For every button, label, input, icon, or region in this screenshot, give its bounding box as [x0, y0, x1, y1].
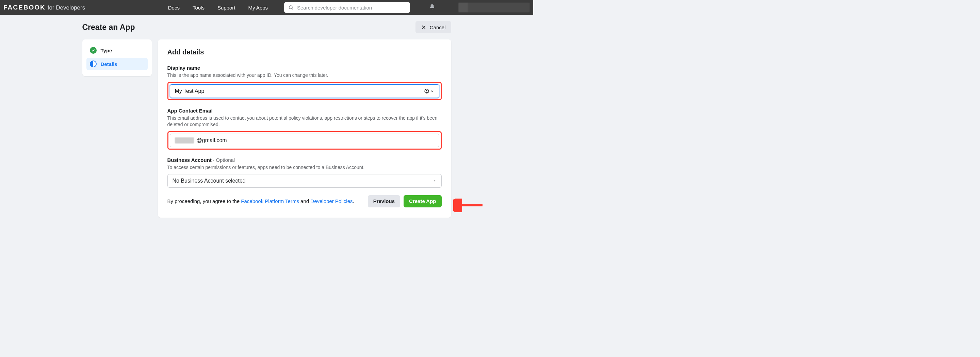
email-suffix: @gmail.com	[197, 137, 227, 143]
previous-button[interactable]: Previous	[368, 195, 400, 208]
check-circle-icon	[90, 47, 97, 54]
brand-main: FACEBOOK	[3, 4, 46, 11]
display-name-field: Display name This is the app name associ…	[167, 65, 442, 100]
agree-suffix: .	[353, 198, 354, 204]
page-title: Create an App	[82, 23, 135, 32]
create-app-button[interactable]: Create App	[404, 195, 441, 208]
top-bar: FACEBOOK for Developers Docs Tools Suppo…	[0, 0, 533, 15]
svg-point-0	[289, 6, 292, 9]
display-name-input[interactable]	[175, 88, 421, 94]
agree-text: By proceeding, you agree to the Facebook…	[167, 198, 354, 204]
business-account-selected: No Business Account selected	[172, 178, 246, 184]
step-details[interactable]: Details	[86, 58, 148, 70]
display-name-help: This is the app name associated with you…	[167, 72, 442, 79]
highlight-box: xxxxxxx@gmail.com	[167, 131, 442, 149]
developer-policies-link[interactable]: Developer Policies	[310, 198, 353, 204]
step-details-label: Details	[101, 61, 118, 67]
autofill-indicator[interactable]	[424, 89, 434, 94]
nav-support[interactable]: Support	[218, 5, 235, 11]
svg-line-1	[292, 8, 293, 10]
person-circle-icon	[424, 89, 430, 94]
annotation-arrow-icon	[453, 198, 484, 212]
half-circle-icon	[90, 60, 97, 67]
display-name-label: Display name	[167, 65, 442, 71]
nav-docs[interactable]: Docs	[168, 5, 180, 11]
close-icon	[421, 24, 426, 30]
cancel-label: Cancel	[430, 24, 446, 30]
step-type[interactable]: Type	[86, 44, 148, 56]
form-footer: By proceeding, you agree to the Facebook…	[167, 195, 442, 208]
contact-email-input-wrap[interactable]: xxxxxxx@gmail.com	[170, 133, 439, 147]
contact-email-help: This email address is used to contact yo…	[167, 115, 442, 128]
stepper: Type Details	[82, 40, 152, 76]
page: Create an App Cancel Type Details Add de…	[80, 21, 453, 217]
search-box[interactable]	[284, 2, 410, 13]
display-name-input-wrap[interactable]	[170, 84, 439, 98]
search-icon	[288, 5, 294, 10]
optional-tag: · Optional	[212, 157, 235, 163]
search-input[interactable]	[297, 5, 406, 11]
agree-mid: and	[299, 198, 310, 204]
bell-icon[interactable]	[429, 4, 435, 11]
nav-my-apps[interactable]: My Apps	[248, 5, 268, 11]
business-account-help: To access certain permissions or feature…	[167, 164, 442, 171]
platform-terms-link[interactable]: Facebook Platform Terms	[241, 198, 299, 204]
form-card: Add details Display name This is the app…	[158, 40, 451, 217]
brand[interactable]: FACEBOOK for Developers	[3, 4, 85, 11]
business-account-label-text: Business Account	[167, 157, 212, 163]
contact-email-field: App Contact Email This email address is …	[167, 108, 442, 149]
cancel-button[interactable]: Cancel	[415, 21, 451, 33]
step-type-label: Type	[101, 48, 112, 53]
business-account-field: Business Account · Optional To access ce…	[167, 157, 442, 188]
email-prefix-redacted: xxxxxxx	[175, 137, 194, 143]
agree-prefix: By proceeding, you agree to the	[167, 198, 241, 204]
top-nav: Docs Tools Support My Apps	[168, 2, 530, 13]
business-account-select[interactable]: No Business Account selected	[167, 174, 442, 188]
caret-down-icon	[433, 179, 437, 183]
nav-tools[interactable]: Tools	[192, 5, 205, 11]
brand-sub: for Developers	[48, 5, 86, 11]
highlight-box	[167, 82, 442, 100]
business-account-label: Business Account · Optional	[167, 157, 442, 163]
svg-point-5	[426, 90, 427, 92]
profile-menu[interactable]	[458, 3, 530, 12]
chevron-down-icon	[430, 89, 434, 93]
contact-email-label: App Contact Email	[167, 108, 442, 114]
form-heading: Add details	[167, 48, 442, 56]
